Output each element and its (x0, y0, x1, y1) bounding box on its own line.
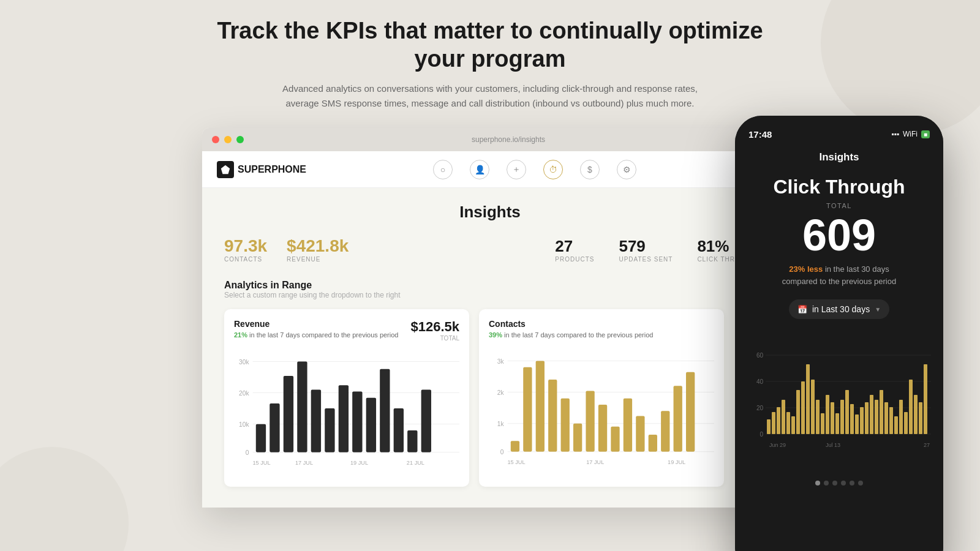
svg-rect-16 (352, 392, 362, 452)
stat-products: 27 PRODUCTS (555, 237, 594, 263)
svg-rect-71 (821, 413, 824, 434)
svg-text:15 JUL: 15 JUL (252, 460, 270, 466)
stat-revenue-label: REVENUE (287, 256, 349, 263)
phone-dot-5 (850, 481, 854, 485)
svg-rect-73 (831, 402, 834, 434)
nav-icon-dollar[interactable]: $ (580, 160, 600, 179)
browser-dot-green (236, 136, 244, 143)
revenue-change-text: in the last 7 days compared to the previ… (249, 331, 398, 339)
app-page-title: Insights (224, 203, 756, 222)
svg-rect-70 (816, 400, 820, 434)
svg-text:40: 40 (756, 378, 764, 385)
svg-rect-15 (339, 385, 349, 452)
svg-rect-40 (586, 391, 594, 452)
svg-rect-45 (649, 435, 657, 452)
svg-text:Jul 13: Jul 13 (826, 442, 840, 448)
svg-rect-34 (511, 441, 519, 451)
svg-rect-17 (366, 398, 376, 452)
svg-rect-90 (914, 395, 918, 434)
app-nav: SUPERPHONE ○ 👤 ＋ ⏱ $ ⚙ (202, 151, 778, 188)
svg-rect-91 (919, 402, 922, 434)
browser-window: superphone.io/insights SUPERPHONE ○ 👤 ＋ (202, 128, 778, 508)
svg-rect-89 (909, 380, 913, 434)
stat-contacts-value: 97.3k (224, 236, 267, 256)
svg-text:0: 0 (246, 449, 249, 456)
nav-icon-plus[interactable]: ＋ (507, 160, 526, 179)
phone-mockup: 17:48 ▪▪▪ WiFi ■ Insights Click Through … (735, 116, 943, 551)
svg-rect-85 (889, 407, 893, 434)
svg-rect-80 (865, 402, 869, 434)
svg-rect-19 (394, 408, 404, 452)
svg-text:60: 60 (756, 352, 764, 359)
stat-contacts-label: CONTACTS (224, 256, 267, 263)
stat-revenue-value: $421.8k (287, 236, 349, 256)
stat-updates-value: 579 (619, 237, 673, 256)
signal-icon: ▪▪▪ (891, 130, 899, 138)
svg-rect-41 (598, 405, 607, 452)
phone-total-label: TOTAL (747, 202, 931, 209)
contacts-change-pct: 39% (489, 331, 502, 339)
svg-rect-88 (904, 412, 908, 434)
revenue-chart-card: Revenue 21% in the last 7 days compared … (224, 309, 469, 486)
stat-products-value: 27 (555, 237, 594, 256)
content-wrapper: Track the KPIs that matter to continuall… (0, 0, 980, 508)
svg-rect-67 (801, 381, 805, 434)
svg-rect-60 (767, 419, 771, 434)
svg-text:19 JUL: 19 JUL (350, 460, 368, 466)
svg-rect-83 (880, 390, 883, 434)
analytics-title: Analytics in Range (224, 280, 756, 291)
phone-notch: 17:48 ▪▪▪ WiFi ■ (735, 116, 943, 145)
svg-rect-36 (536, 361, 545, 452)
svg-rect-12 (297, 362, 307, 452)
svg-rect-21 (421, 390, 431, 452)
calendar-icon: 📅 (797, 305, 807, 314)
svg-text:21 JUL: 21 JUL (407, 460, 424, 466)
revenue-change-pct: 21% (234, 331, 247, 339)
contacts-chart-card: Contacts 39% in the last 7 days compared… (479, 309, 724, 486)
phone-change-text: 23% less in the last 30 dayscompared to … (747, 263, 931, 287)
svg-rect-46 (661, 411, 669, 451)
svg-rect-38 (561, 399, 570, 452)
analytics-section: Analytics in Range Select a custom range… (224, 280, 756, 299)
phone-dot-4 (841, 481, 846, 485)
phone-screen-title: Insights (747, 151, 931, 163)
svg-rect-37 (548, 380, 557, 452)
chevron-down-icon: ▼ (875, 306, 881, 313)
nav-icon-circle[interactable]: ○ (433, 160, 453, 179)
svg-rect-77 (850, 404, 854, 434)
svg-text:20k: 20k (239, 390, 249, 397)
browser-url: superphone.io/insights (249, 135, 768, 144)
nav-icon-gear[interactable]: ⚙ (617, 160, 636, 179)
charts-row: Revenue 21% in the last 7 days compared … (224, 309, 756, 486)
contacts-chart-svg: 3k 2k 1k 0 (489, 348, 714, 473)
stat-revenue: $421.8k REVENUE (287, 236, 349, 263)
phone-big-number: 609 (747, 213, 931, 257)
svg-text:15 JUL: 15 JUL (507, 459, 525, 465)
svg-rect-9 (256, 424, 266, 452)
nav-icon-clock[interactable]: ⏱ (543, 160, 563, 179)
svg-rect-74 (835, 413, 839, 434)
svg-rect-84 (884, 402, 888, 434)
svg-rect-39 (573, 424, 582, 452)
svg-rect-63 (782, 400, 785, 434)
svg-text:Jun 29: Jun 29 (769, 442, 786, 448)
nav-icon-user[interactable]: 👤 (470, 160, 489, 179)
svg-text:20: 20 (756, 405, 764, 411)
stat-products-label: PRODUCTS (555, 256, 594, 263)
svg-rect-76 (845, 390, 849, 434)
svg-text:27: 27 (924, 442, 930, 448)
svg-rect-65 (791, 416, 795, 434)
logo-icon (217, 161, 234, 178)
phone-screen: Insights Click Through TOTAL 609 23% les… (735, 145, 943, 551)
nav-icons: ○ 👤 ＋ ⏱ $ ⚙ (306, 160, 763, 179)
svg-text:0: 0 (500, 449, 504, 455)
svg-text:17 JUL: 17 JUL (586, 459, 604, 465)
svg-rect-18 (380, 369, 390, 452)
svg-rect-61 (772, 412, 775, 434)
svg-rect-92 (924, 364, 927, 434)
stats-row: 97.3k CONTACTS $421.8k REVENUE 27 PRODUC… (224, 236, 756, 263)
revenue-chart-header: Revenue 21% in the last 7 days compared … (234, 319, 459, 342)
svg-rect-64 (786, 412, 790, 434)
stat-updates-label: UPDATES SENT (619, 256, 673, 263)
phone-date-btn[interactable]: 📅 in Last 30 days ▼ (789, 299, 889, 319)
